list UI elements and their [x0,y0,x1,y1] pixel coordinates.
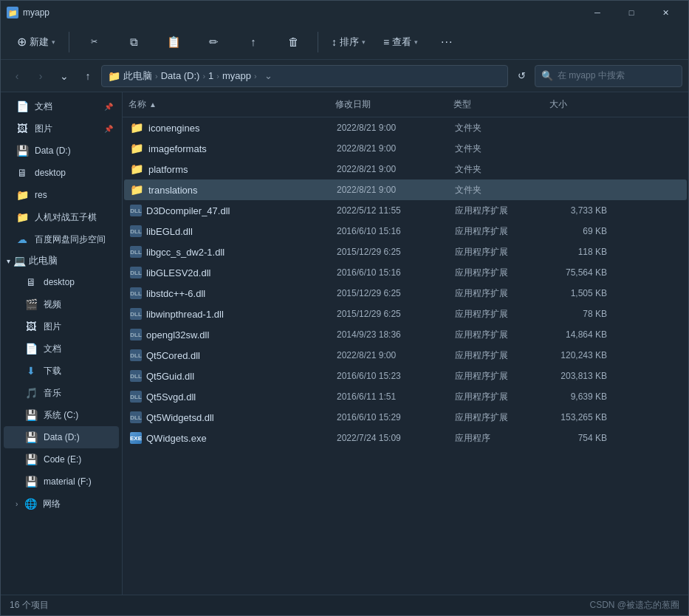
back-button[interactable]: ‹ [7,66,27,86]
file-date: 2016/6/11 1:51 [331,389,449,404]
col-header-name[interactable]: 名称 ▲ [123,95,329,114]
table-row[interactable]: DLL Qt5Cored.dll 2022/8/21 9:00 应用程序扩展 1… [124,345,687,366]
search-icon: 🔍 [541,70,553,81]
file-size: 9,639 KB [545,389,619,404]
table-row[interactable]: DLL libGLESV2d.dll 2016/6/10 15:16 应用程序扩… [124,262,687,283]
file-date: 2022/8/21 9:00 [331,182,449,197]
watermark-text: CSDN @被遗忘的葱圈 [589,599,679,612]
address-dropdown-icon[interactable]: ⌄ [260,67,278,85]
more-button[interactable]: ··· [428,27,465,57]
sort-label: 排序 [340,35,359,49]
search-box[interactable]: 🔍 在 myapp 中搜索 [535,65,682,87]
sidebar-item-pictures2[interactable]: 🖼 图片 [4,315,119,338]
sidebar-item-sysc[interactable]: 💾 系统 (C:) [4,404,119,426]
sidebar-item-res[interactable]: 📁 res [4,184,119,206]
col-header-date[interactable]: 修改日期 [329,95,448,114]
sidebar-item-data-d[interactable]: 💾 Data (D:) [4,140,119,162]
delete-button[interactable]: 🗑 [275,27,312,57]
table-row[interactable]: DLL opengl32sw.dll 2014/9/23 18:36 应用程序扩… [124,324,687,345]
sort-icon: ↕ [332,36,337,48]
sidebar-item-pictures[interactable]: 🖼 图片 📌 [4,117,119,140]
table-row[interactable]: DLL libgcc_s_dw2-1.dll 2015/12/29 6:25 应… [124,242,687,262]
folder-icon: 📁 [130,162,144,176]
refresh-button[interactable]: ↺ [511,66,532,86]
table-row[interactable]: DLL libwinpthread-1.dll 2015/12/29 6:25 … [124,304,687,324]
cut-button[interactable]: ✂ [75,27,112,57]
network-icon: 🌐 [24,498,37,510]
table-row[interactable]: DLL Qt5Svgd.dll 2016/6/11 1:51 应用程序扩展 9,… [124,386,687,407]
sidebar-item-music[interactable]: 🎵 音乐 [4,382,119,404]
desktop-icon: 🖥 [16,167,29,179]
sidebar-item-label: res [35,190,113,200]
picture-icon: 🖼 [16,123,29,134]
table-row[interactable]: 📁 translations 2022/8/21 9:00 文件夹 [124,179,687,200]
file-name-text: platforms [148,164,188,175]
table-row[interactable]: EXE QWidgets.exe 2022/7/24 15:09 应用程序 75… [124,428,687,448]
paste-icon: 📋 [167,35,181,49]
table-row[interactable]: DLL Qt5Guid.dll 2016/6/10 15:23 应用程序扩展 2… [124,366,687,386]
dll-icon: DLL [130,329,142,340]
title-bar-left: 📁 myapp [7,7,580,18]
col-size-label: 大小 [549,98,567,111]
sidebar-item-downloads[interactable]: ⬇ 下载 [4,360,119,382]
sidebar-item-label: 人机对战五子棋 [35,211,113,224]
dll-icon: DLL [130,246,142,258]
share-button[interactable]: ↑ [235,27,272,57]
chevron-right-icon: › [16,500,18,508]
dropdown-button[interactable]: ⌄ [54,66,75,86]
table-row[interactable]: 📁 imageformats 2022/8/21 9:00 文件夹 [124,138,687,159]
sidebar-item-desktop[interactable]: 🖥 desktop [4,162,119,184]
sidebar-thispc-header[interactable]: ▾ 💻 此电脑 [1,250,122,271]
sidebar-item-label: desktop [44,277,113,287]
file-name-text: iconengines [148,123,199,134]
file-name-text: D3Dcompiler_47.dll [146,205,230,216]
file-date: 2022/5/12 11:55 [331,203,449,218]
sidebar-item-network[interactable]: › 🌐 网络 [4,493,119,515]
file-size: 69 KB [545,224,619,239]
sort-button[interactable]: ↕ 排序 ▾ [324,29,373,55]
sidebar-item-baidu[interactable]: ☁ 百度网盘同步空间 [4,228,119,250]
file-name: EXE QWidgets.exe [124,430,331,446]
table-row[interactable]: DLL Qt5Widgetsd.dll 2016/6/10 15:29 应用程序… [124,407,687,428]
view-icon: ≡ [383,36,389,48]
sidebar-item-documents2[interactable]: 📄 文档 [4,338,119,360]
rename-button[interactable]: ✏ [195,27,232,57]
table-row[interactable]: 📁 iconengines 2022/8/21 9:00 文件夹 [124,117,687,138]
table-row[interactable]: DLL D3Dcompiler_47.dll 2022/5/12 11:55 应… [124,200,687,221]
sidebar-item-documents[interactable]: 📄 文档 📌 [4,95,119,117]
col-name-label: 名称 [128,98,146,111]
sidebar-item-codee[interactable]: 💾 Code (E:) [4,448,119,470]
file-name: 📁 translations [124,181,331,199]
sidebar-item-materialf[interactable]: 💾 material (F:) [4,470,119,493]
table-row[interactable]: DLL libEGLd.dll 2016/6/10 15:16 应用程序扩展 6… [124,221,687,242]
new-button[interactable]: ⊕ 新建 ▾ [10,29,63,55]
dll-icon: DLL [130,287,142,299]
sidebar-item-videos[interactable]: 🎬 视频 [4,293,119,315]
sidebar-item-datad2[interactable]: 💾 Data (D:) [4,426,119,448]
copy-button[interactable]: ⧉ [115,27,152,57]
close-button[interactable]: ✕ [648,1,682,24]
col-header-type[interactable]: 类型 [448,95,544,114]
table-row[interactable]: 📁 platforms 2022/8/21 9:00 文件夹 [124,159,687,179]
sidebar-item-label: Code (E:) [44,454,113,465]
file-date: 2016/6/10 15:16 [331,224,449,239]
maximize-button[interactable]: □ [614,1,648,24]
file-name: DLL libEGLd.dll [124,223,331,239]
col-header-size[interactable]: 大小 [544,95,617,114]
sidebar-item-gomoku[interactable]: 📁 人机对战五子棋 [4,206,119,228]
breadcrumb-1[interactable]: 1 [208,70,213,81]
minimize-button[interactable]: ─ [580,1,614,24]
view-button[interactable]: ≡ 查看 ▾ [376,29,425,55]
table-row[interactable]: DLL libstdc++-6.dll 2015/12/29 6:25 应用程序… [124,283,687,304]
file-type: 应用程序扩展 [449,347,545,364]
breadcrumb-myapp[interactable]: myapp [222,70,251,81]
paste-button[interactable]: 📋 [155,27,192,57]
file-header: 名称 ▲ 修改日期 类型 大小 [123,92,688,117]
forward-button[interactable]: › [30,66,51,86]
sidebar-item-desktop2[interactable]: 🖥 desktop [4,271,119,293]
up-button[interactable]: ↑ [78,66,98,86]
breadcrumb-thispc[interactable]: 此电脑 [123,69,152,83]
breadcrumb-datad[interactable]: Data (D:) [161,70,200,81]
dll-icon: DLL [130,370,142,382]
file-size [545,188,619,192]
